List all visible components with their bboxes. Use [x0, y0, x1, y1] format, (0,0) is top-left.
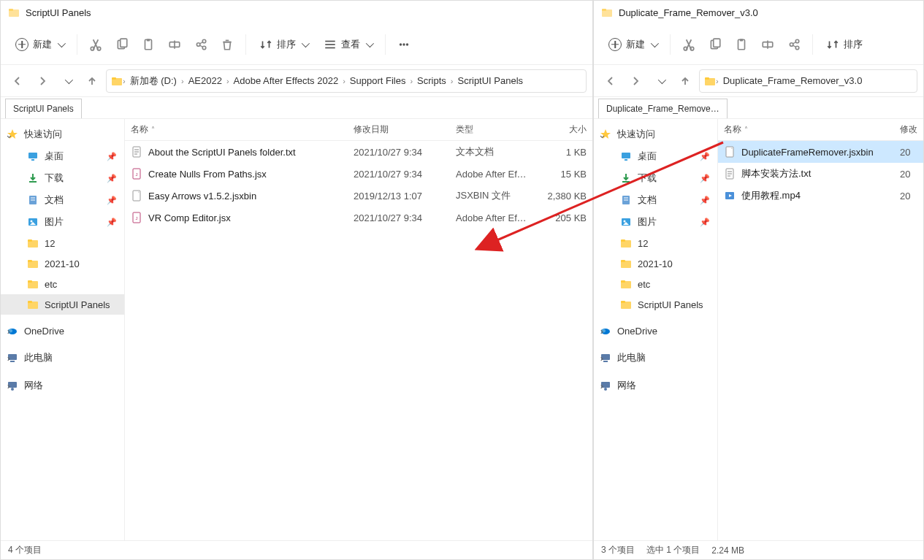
back-button[interactable]	[7, 70, 28, 92]
col-name[interactable]: 名称˄	[718, 123, 894, 136]
breadcrumb-segment[interactable]: Adobe After Effects 2022	[229, 75, 343, 86]
sidebar-network[interactable]: ›网络	[594, 375, 717, 396]
file-row[interactable]: About the ScriptUI Panels folder.txt 202…	[125, 141, 592, 163]
file-row[interactable]: Easy Arrows v1.5.2.jsxbin 2019/12/13 1:0…	[125, 185, 592, 207]
copy-button[interactable]	[110, 32, 134, 57]
paste-button[interactable]	[136, 32, 161, 57]
sidebar-this-pc[interactable]: ›此电脑	[1, 347, 124, 369]
up-button[interactable]	[81, 70, 103, 92]
sidebar-onedrive[interactable]: ›OneDrive	[1, 321, 124, 341]
sidebar-item[interactable]: 下载📌	[594, 167, 717, 189]
cut-icon	[89, 38, 102, 51]
tab-current[interactable]: ScriptUI Panels	[5, 99, 82, 118]
file-type: 文本文档	[450, 145, 534, 158]
nav-row: › Duplicate_Frame_Remover_v3.0	[594, 65, 923, 97]
sidebar-item[interactable]: 桌面📌	[1, 145, 124, 167]
sidebar-item[interactable]: 图片📌	[1, 211, 124, 233]
window-scriptui-panels: ScriptUI Panels 新建 排序 查看	[0, 0, 593, 560]
file-list: About the ScriptUI Panels folder.txt 202…	[125, 141, 592, 229]
col-date[interactable]: 修改日期	[348, 123, 450, 136]
file-type: Adobe After Effe...	[450, 169, 534, 180]
breadcrumb-segment[interactable]: Support Files	[345, 75, 411, 86]
pin-icon: 📌	[700, 152, 710, 161]
new-button[interactable]: 新建	[8, 34, 71, 55]
sidebar-quick-access[interactable]: ⌄快速访问	[594, 123, 717, 145]
forward-button[interactable]	[31, 70, 53, 92]
back-button[interactable]	[600, 70, 622, 92]
sidebar-onedrive[interactable]: ›OneDrive	[594, 321, 717, 341]
more-button[interactable]	[392, 32, 416, 57]
breadcrumb[interactable]: › 新加卷 (D:)›AE2022›Adobe After Effects 20…	[106, 69, 587, 93]
up-icon	[86, 75, 98, 87]
sidebar-network[interactable]: ›网络	[1, 375, 124, 396]
breadcrumb-segment[interactable]: Duplicate_Frame_Remover_v3.0	[719, 75, 867, 86]
sort-asc-icon: ˄	[151, 126, 155, 134]
file-pane[interactable]: 名称˄ 修改日期 类型 大小 About the ScriptUI Panels…	[125, 119, 592, 540]
file-type: Adobe After Effe...	[450, 212, 534, 223]
sidebar-item[interactable]: 12	[1, 233, 124, 253]
paste-button[interactable]	[729, 32, 754, 57]
share-button[interactable]	[782, 32, 806, 57]
sidebar-item[interactable]: 桌面📌	[594, 145, 717, 167]
file-type-icon	[131, 146, 142, 158]
file-row[interactable]: VR Comp Editor.jsx 2021/10/27 9:34 Adobe…	[125, 207, 592, 229]
file-name: VR Comp Editor.jsx	[148, 212, 231, 223]
sidebar-item[interactable]: 图片📌	[594, 211, 717, 233]
file-pane[interactable]: 名称˄ 修改 DuplicateFrameRemover.jsxbin 20 脚…	[718, 119, 923, 540]
folder-icon	[620, 299, 632, 310]
paste-icon	[735, 38, 748, 51]
breadcrumb[interactable]: › Duplicate_Frame_Remover_v3.0	[699, 69, 917, 93]
file-row[interactable]: Create Nulls From Paths.jsx 2021/10/27 9…	[125, 163, 592, 185]
copy-button[interactable]	[703, 32, 728, 57]
window-title: ScriptUI Panels	[26, 7, 91, 18]
forward-icon	[37, 75, 48, 87]
copy-icon	[115, 38, 129, 51]
document-icon	[620, 194, 632, 206]
sidebar-item[interactable]: etc	[594, 274, 717, 294]
rename-icon	[168, 38, 181, 51]
sidebar-item[interactable]: ScriptUI Panels	[1, 294, 124, 315]
sort-button[interactable]: 排序	[819, 34, 870, 55]
cut-button[interactable]	[83, 32, 108, 57]
folder-icon	[8, 7, 20, 18]
tab-current[interactable]: Duplicate_Frame_Remove…	[598, 99, 728, 118]
sidebar-quick-access[interactable]: ⌄快速访问	[1, 123, 124, 145]
file-row[interactable]: 脚本安装方法.txt 20	[718, 163, 923, 185]
recent-button[interactable]	[649, 70, 671, 92]
col-type[interactable]: 类型	[450, 123, 534, 136]
col-size[interactable]: 大小	[534, 123, 592, 136]
folder-icon	[111, 75, 123, 87]
cut-button[interactable]	[676, 32, 701, 57]
file-row[interactable]: DuplicateFrameRemover.jsxbin 20	[718, 141, 923, 163]
sort-button[interactable]: 排序	[252, 34, 315, 55]
sidebar-item[interactable]: 文档📌	[594, 189, 717, 211]
sidebar-item[interactable]: 12	[594, 233, 717, 253]
breadcrumb-segment[interactable]: ScriptUI Panels	[454, 75, 528, 86]
sidebar-item[interactable]: 下载📌	[1, 167, 124, 189]
sidebar-item[interactable]: etc	[1, 274, 124, 294]
column-headers: 名称˄ 修改	[718, 119, 923, 141]
breadcrumb-segment[interactable]: 新加卷 (D:)	[126, 74, 181, 88]
forward-button[interactable]	[625, 70, 646, 92]
new-button[interactable]: 新建	[601, 34, 664, 55]
delete-button[interactable]	[215, 32, 240, 57]
rename-button[interactable]	[162, 32, 187, 57]
sidebar-item[interactable]: ScriptUI Panels	[594, 294, 717, 315]
sidebar-item[interactable]: 文档📌	[1, 189, 124, 211]
picture-icon	[620, 216, 632, 228]
col-name[interactable]: 名称˄	[125, 123, 348, 136]
share-button[interactable]	[188, 32, 213, 57]
up-button[interactable]	[674, 70, 696, 92]
breadcrumb-segment[interactable]: Scripts	[413, 75, 451, 86]
view-button[interactable]: 查看	[316, 34, 379, 55]
sidebar-item[interactable]: 2021-10	[594, 253, 717, 274]
breadcrumb-segment[interactable]: AE2022	[184, 75, 226, 86]
col-date[interactable]: 修改	[894, 123, 923, 136]
file-row[interactable]: 使用教程.mp4 20	[718, 185, 923, 207]
sidebar-item[interactable]: 2021-10	[1, 253, 124, 274]
file-name: 使用教程.mp4	[741, 189, 801, 202]
recent-button[interactable]	[56, 70, 78, 92]
sidebar-this-pc[interactable]: ›此电脑	[594, 347, 717, 369]
rename-button[interactable]	[755, 32, 780, 57]
more-icon	[397, 38, 411, 51]
